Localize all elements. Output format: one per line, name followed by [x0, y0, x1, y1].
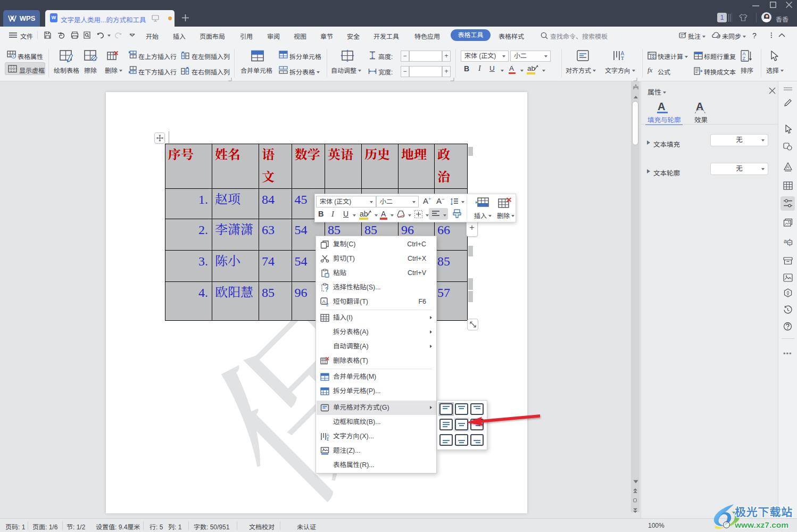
- svg-text:A: A: [322, 298, 326, 304]
- svg-text:A: A: [326, 433, 329, 438]
- svg-text:?: ?: [325, 287, 328, 292]
- svg-text:a: a: [784, 238, 787, 244]
- svg-text:Z: Z: [743, 56, 746, 61]
- svg-text:www.xz7.com: www.xz7.com: [734, 520, 788, 529]
- svg-text:极光下载站: 极光下载站: [735, 503, 793, 519]
- svg-text:A: A: [743, 51, 746, 56]
- svg-text:A: A: [786, 164, 790, 170]
- svg-text:A: A: [621, 51, 625, 56]
